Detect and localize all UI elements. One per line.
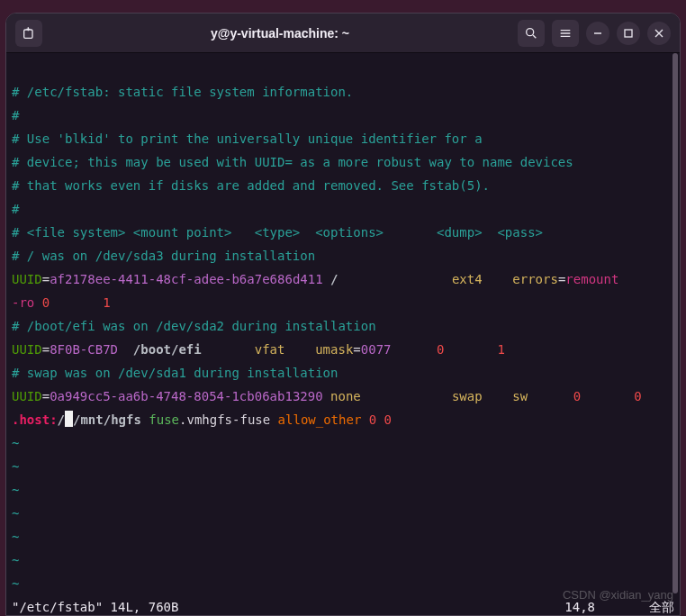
comment-line: # device; this may be used with UUID= as… <box>12 155 573 169</box>
menu-button[interactable] <box>552 20 579 47</box>
fstab-entry: UUID=0a949cc5-aa6b-4748-8054-1cb06ab1329… <box>12 389 642 403</box>
svg-rect-0 <box>24 30 32 38</box>
scroll-thumb[interactable] <box>672 53 678 593</box>
svg-rect-2 <box>625 30 632 37</box>
fstab-entry: UUID=8F0B-CB7D /boot/efi vfat umask=0077… <box>12 342 505 357</box>
minimize-button[interactable] <box>586 22 609 45</box>
tilde-line: ~ <box>12 483 19 497</box>
cursor <box>65 411 73 427</box>
tilde-line: ~ <box>12 506 19 521</box>
comment-line: # /boot/efi was on /dev/sda2 during inst… <box>12 319 376 333</box>
titlebar: y@y-virtual-machine: ~ <box>6 14 680 53</box>
comment-line: # swap was on /dev/sda1 during installat… <box>12 366 338 380</box>
terminal-content[interactable]: # /etc/fstab: static file system informa… <box>6 53 680 615</box>
comment-line: # Use 'blkid' to print the universally u… <box>12 131 483 146</box>
new-tab-button[interactable] <box>15 20 42 47</box>
tilde-line: ~ <box>12 530 19 544</box>
tilde-line: ~ <box>12 459 19 474</box>
tilde-line: ~ <box>12 436 19 450</box>
watermark: CSDN @xidian_yang <box>563 588 673 602</box>
comment-line: # /etc/fstab: static file system informa… <box>12 85 353 99</box>
scrollbar[interactable] <box>671 53 680 615</box>
fstab-entry: UUID=af2178ee-4411-48cf-adee-b6a7e686d41… <box>12 272 618 286</box>
comment-line: # that works even if disks are added and… <box>12 178 490 193</box>
search-button[interactable] <box>518 20 545 47</box>
terminal-window: y@y-virtual-machine: ~ # /etc/fstab: sta… <box>5 13 681 616</box>
comment-line: # <box>12 108 19 122</box>
maximize-button[interactable] <box>617 22 640 45</box>
status-filename: "/etc/fstab" 14L, 760B <box>12 595 564 615</box>
fstab-entry: .host://mnt/hgfs fuse.vmhgfs-fuse allow_… <box>12 412 392 427</box>
comment-line: # <box>12 202 19 216</box>
svg-point-1 <box>527 28 534 35</box>
tilde-line: ~ <box>12 576 19 591</box>
comment-line: # / was on /dev/sda3 during installation <box>12 249 315 263</box>
window-title: y@y-virtual-machine: ~ <box>50 26 510 41</box>
close-button[interactable] <box>647 22 671 45</box>
comment-line: # <file system> <mount point> <type> <op… <box>12 225 543 240</box>
tilde-line: ~ <box>12 553 19 567</box>
fstab-entry-wrap: -ro 0 1 <box>12 295 111 310</box>
